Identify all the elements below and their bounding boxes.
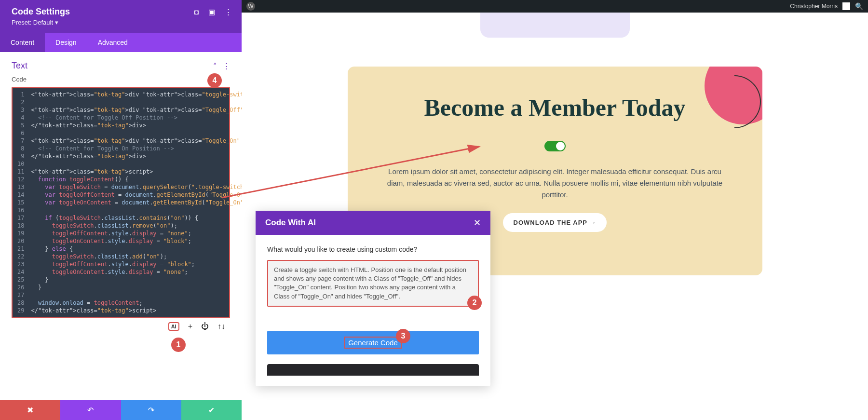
section-more-icon[interactable]: ⋮ [223, 62, 230, 70]
toggle-knob [556, 142, 565, 150]
ai-prompt-input[interactable]: Create a toggle switch with HTML. Positi… [267, 260, 479, 307]
generate-code-button[interactable]: Generate Code [267, 331, 479, 354]
panel-tabs: Content Design Advanced [0, 33, 242, 52]
wp-admin-bar: W Christopher Morris 🔍 [242, 0, 868, 13]
hero-paragraph: Lorem ipsum dolor sit amet, consectetur … [367, 166, 743, 201]
ai-button[interactable]: AI [168, 322, 179, 331]
cancel-button[interactable]: ✖ [0, 400, 60, 420]
footer-bar: ✖ ↶ ↷ ✔ [0, 400, 242, 420]
sort-icon[interactable]: ↑↓ [217, 322, 225, 331]
more-icon[interactable]: ⋮ [225, 8, 232, 16]
code-toolbar: AI + ⏻ ↑↓ [12, 318, 230, 335]
hero-title: Become a Member Today [367, 94, 743, 122]
wordpress-logo-icon[interactable]: W [246, 2, 255, 11]
avatar[interactable] [842, 2, 850, 10]
ai-modal-header: Code With AI ✕ [256, 211, 490, 235]
panel-header: Code Settings ◘ ▣ ⋮ Preset: Default ▾ [0, 0, 242, 33]
annotation-badge-4: 4 [207, 73, 222, 88]
generate-code-label: Generate Code [344, 337, 402, 349]
settings-panel: Code Settings ◘ ▣ ⋮ Preset: Default ▾ Co… [0, 0, 242, 420]
close-icon[interactable]: ✕ [474, 217, 481, 228]
power-icon[interactable]: ⏻ [201, 322, 209, 331]
collapse-icon[interactable]: ˄ [213, 62, 217, 70]
ai-question-label: What would you like to create using cust… [267, 245, 479, 253]
preset-value: Default [33, 19, 53, 26]
undo-button[interactable]: ↶ [60, 400, 121, 420]
code-editor[interactable]: 1234567891011121314151617181920212223242… [12, 87, 230, 318]
code-content[interactable]: <"tok-attr">class="tok-tag">div "tok-att… [27, 88, 242, 317]
toggle-switch[interactable] [544, 141, 566, 151]
ai-modal-title: Code With AI [265, 218, 316, 228]
add-icon[interactable]: + [188, 322, 192, 331]
redo-button[interactable]: ↷ [121, 400, 181, 420]
top-accent [480, 13, 630, 38]
panel-title: Code Settings [12, 7, 70, 17]
download-app-button[interactable]: DOWNLOAD THE APP → [503, 213, 607, 232]
ai-modal: Code With AI ✕ What would you like to cr… [256, 211, 490, 386]
line-gutter: 1234567891011121314151617181920212223242… [13, 88, 27, 317]
preset-label: Preset: [12, 19, 31, 26]
tab-design[interactable]: Design [45, 33, 87, 52]
tab-content[interactable]: Content [0, 33, 45, 52]
search-icon[interactable]: 🔍 [855, 2, 863, 10]
panel-body: Text ˄ ⋮ Code 12345678910111213141516171… [0, 52, 242, 400]
section-title: Text [12, 61, 27, 71]
annotation-badge-3: 3 [396, 329, 410, 343]
result-preview-strip [267, 364, 479, 376]
expand-icon[interactable]: ▣ [208, 8, 215, 16]
annotation-badge-1: 1 [171, 338, 186, 352]
preset-row[interactable]: Preset: Default ▾ [12, 19, 232, 26]
code-field-label: Code [12, 76, 230, 83]
help-icon[interactable]: ◘ [194, 8, 199, 16]
admin-username[interactable]: Christopher Morris [790, 3, 838, 10]
chevron-down-icon: ▾ [55, 19, 58, 26]
tab-advanced[interactable]: Advanced [87, 33, 138, 52]
annotation-badge-2: 2 [467, 296, 482, 310]
confirm-button[interactable]: ✔ [181, 400, 242, 420]
